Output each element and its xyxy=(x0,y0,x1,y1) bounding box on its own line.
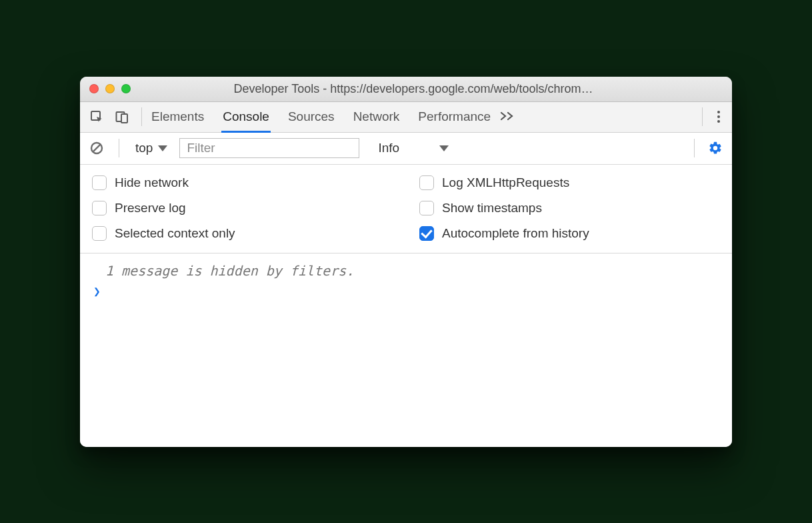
more-tabs-icon[interactable] xyxy=(496,110,519,124)
svg-rect-2 xyxy=(121,114,127,123)
tab-elements[interactable]: Elements xyxy=(151,102,204,132)
main-toolbar: Elements Console Sources Network Perform… xyxy=(80,102,732,133)
hidden-messages-notice: 1 message is hidden by filters. xyxy=(88,259,724,280)
context-value: top xyxy=(135,141,153,155)
console-toolbar: top Info xyxy=(80,133,732,165)
checkbox-icon xyxy=(419,201,434,215)
checkbox-label: Show timestamps xyxy=(442,201,542,215)
checkbox-preserve-log[interactable]: Preserve log xyxy=(92,201,393,215)
checkbox-label: Log XMLHttpRequests xyxy=(442,175,569,190)
settings-menu-icon[interactable] xyxy=(712,107,725,127)
checkbox-label: Autocomplete from history xyxy=(442,226,589,241)
chevron-down-icon xyxy=(439,145,449,151)
separator xyxy=(694,139,695,157)
chevron-down-icon xyxy=(158,145,167,151)
checkbox-autocomplete-history[interactable]: Autocomplete from history xyxy=(419,226,720,241)
checkbox-label: Hide network xyxy=(115,175,189,190)
checkbox-selected-context[interactable]: Selected context only xyxy=(92,226,393,241)
close-window-button[interactable] xyxy=(89,84,99,93)
svg-line-4 xyxy=(93,144,100,151)
inspect-element-icon[interactable] xyxy=(87,107,107,127)
panel-tabs: Elements Console Sources Network Perform… xyxy=(151,102,491,132)
checkbox-icon xyxy=(419,226,434,241)
checkbox-label: Selected context only xyxy=(115,226,235,241)
tab-console[interactable]: Console xyxy=(223,102,269,132)
checkbox-icon xyxy=(92,201,107,215)
device-toolbar-icon[interactable] xyxy=(112,107,132,127)
separator xyxy=(141,107,142,126)
console-settings-icon[interactable] xyxy=(705,138,725,158)
maximize-window-button[interactable] xyxy=(121,84,131,93)
checkbox-label: Preserve log xyxy=(115,201,186,215)
tab-sources[interactable]: Sources xyxy=(288,102,335,132)
clear-console-icon[interactable] xyxy=(87,138,107,158)
traffic-lights xyxy=(89,84,131,93)
checkbox-show-timestamps[interactable]: Show timestamps xyxy=(419,201,720,215)
titlebar: Developer Tools - https://developers.goo… xyxy=(80,77,732,102)
log-level-selector[interactable]: Info xyxy=(367,141,449,155)
context-selector[interactable]: top xyxy=(131,139,171,157)
window-title: Developer Tools - https://developers.goo… xyxy=(139,82,723,96)
console-output: 1 message is hidden by filters. ❯ xyxy=(80,253,732,447)
filter-input[interactable] xyxy=(179,138,359,158)
checkbox-log-xhr[interactable]: Log XMLHttpRequests xyxy=(419,175,720,190)
console-prompt[interactable]: ❯ xyxy=(88,280,724,302)
checkbox-icon xyxy=(92,226,107,241)
separator xyxy=(119,139,119,157)
tab-performance[interactable]: Performance xyxy=(418,102,491,132)
separator xyxy=(702,107,703,126)
minimize-window-button[interactable] xyxy=(105,84,115,93)
checkbox-icon xyxy=(419,175,434,190)
console-settings-panel: Hide network Log XMLHttpRequests Preserv… xyxy=(80,165,732,253)
tab-network[interactable]: Network xyxy=(353,102,400,132)
checkbox-hide-network[interactable]: Hide network xyxy=(92,175,393,190)
log-level-value: Info xyxy=(378,141,399,155)
devtools-window: Developer Tools - https://developers.goo… xyxy=(80,77,732,447)
checkbox-icon xyxy=(92,175,107,190)
